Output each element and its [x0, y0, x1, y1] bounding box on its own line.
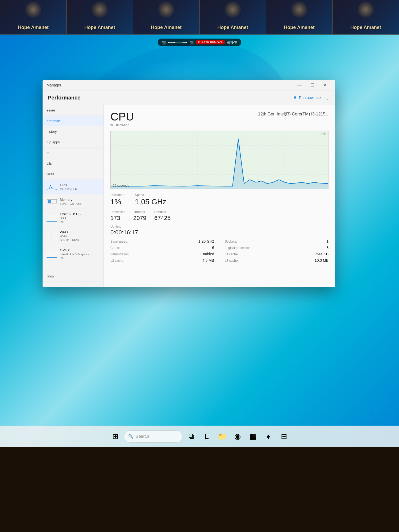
threads-value: 2079: [133, 215, 146, 222]
title-bar: Manager — ☐ ✕: [43, 80, 335, 90]
base-speed-row: Base speed: 1,20 GHz: [110, 239, 214, 243]
edge-button[interactable]: ◉: [231, 430, 244, 443]
sidebar-perf-gpu[interactable]: GPU 0 Intel(R) UHD Graphics 0%: [43, 245, 103, 263]
main-stats-row: Utilization 1% Speed 1,05 GHz: [110, 193, 329, 206]
sidebar-item-performance[interactable]: ormance: [43, 116, 103, 126]
minimize-button[interactable]: —: [293, 81, 306, 89]
game-card-title: Hope Amanet: [18, 25, 48, 30]
game-card[interactable]: Hope Amanet: [66, 0, 133, 35]
virtualization-label: Virtualization:: [110, 252, 130, 256]
sidebar-cpu-detail: 1% 1,05 GHz: [60, 188, 77, 191]
store-button[interactable]: ▦: [246, 430, 260, 443]
sidebar-disk-detail-line2: 0%: [60, 220, 81, 223]
sidebar-perf-memory[interactable]: Memory 3,2/7,7 GB (42%): [43, 194, 103, 209]
uptime-label: Up time: [110, 225, 329, 228]
app1-icon: L: [205, 432, 209, 441]
more-options-button[interactable]: ...: [325, 95, 330, 101]
app1-taskbar-icon: ♦: [267, 432, 270, 441]
taskbar-search[interactable]: 🔍 Search: [124, 430, 182, 443]
notification-bar: 📷 ⟵●——⟶ 📷 PLEASE REMOVE 请移除: [158, 39, 241, 46]
l1-cache-label: L1 cache:: [225, 252, 239, 256]
uptime-row: Up time 0:00:16:17: [110, 225, 329, 236]
sidebar-cpu-name: CPU: [60, 183, 77, 187]
game-card[interactable]: Hope Amanet: [133, 0, 200, 35]
cpu-model-block: 12th Gen Intel(R) Core(TM) i3-1215U: [258, 110, 329, 117]
maximize-button[interactable]: ☐: [306, 81, 318, 89]
sidebar-cpu-inner: CPU 1% 1,05 GHz: [47, 183, 101, 191]
l3-cache-value: 10,0 MB: [315, 258, 329, 263]
sidebar-item-processes[interactable]: esses: [43, 105, 103, 116]
speed-value: 1,05 GHz: [135, 198, 166, 206]
processes-label: Processes: [110, 210, 125, 214]
file-explorer-button[interactable]: 📁: [215, 430, 229, 443]
logical-proc-label: Logical processors: [225, 246, 251, 250]
utilization-value: 1%: [110, 198, 124, 206]
cpu-specs-grid: Base speed: 1,20 GHz Sockets: 1 Cores: 6…: [110, 239, 329, 263]
game-card[interactable]: Hope Amanet: [266, 0, 332, 35]
sidebar-services-label: vices: [47, 172, 55, 176]
notification-sub-text: 请移除: [227, 40, 237, 45]
svg-rect-4: [47, 214, 57, 222]
sockets-row: Sockets: 1: [225, 239, 329, 243]
sidebar-memory-inner: Memory 3,2/7,7 GB (42%): [47, 197, 101, 205]
bottom-dark-area: [0, 447, 399, 532]
cpu-model: 12th Gen Intel(R) Core(TM) i3-1215U: [258, 112, 329, 117]
sidebar-gpu-name: GPU 0: [60, 248, 89, 252]
sidebar-gpu-inner: GPU 0 Intel(R) UHD Graphics 0%: [47, 248, 101, 260]
logical-proc-row: Logical processors 8: [225, 246, 329, 250]
sidebar-perf-cpu[interactable]: CPU 1% 1,05 GHz: [43, 180, 103, 194]
cpu-utilization-graph: 100% 60 seconds: [110, 131, 329, 189]
sidebar-details-label: ails: [47, 161, 52, 165]
cpu-mini-graph: [47, 183, 57, 191]
l2-cache-label: L2 cache:: [110, 259, 124, 263]
store-icon: ▦: [250, 432, 256, 441]
sidebar-wifi-name: Wi-Fi: [60, 230, 79, 234]
l3-cache-label: L3 cache:: [225, 259, 239, 263]
game-card[interactable]: Hope Amanet: [200, 0, 266, 35]
svg-rect-3: [48, 200, 51, 203]
graph-60s-label: 60 seconds: [113, 184, 129, 188]
start-button[interactable]: ⊞: [109, 430, 122, 443]
sidebar-perf-disk[interactable]: Disk 0 (D: C:) SSD 0%: [43, 209, 103, 227]
sidebar-item-startup[interactable]: tup apps: [43, 137, 103, 148]
virtualization-value: Enabled: [201, 252, 214, 256]
app-button-1[interactable]: ♦: [262, 430, 275, 443]
sidebar-gpu-detail2: 0%: [60, 256, 89, 260]
task-view-button[interactable]: ⧉: [185, 430, 198, 443]
sidebar-item-services[interactable]: vices: [43, 169, 103, 180]
l2-cache-row: L2 cache: 4,5 MB: [110, 258, 214, 263]
game-card[interactable]: Hope Amanet: [332, 0, 399, 35]
handles-stat: Handles 67425: [154, 210, 171, 222]
camera-icon: 📷: [162, 40, 166, 44]
top-banner: Hope Amanet Hope Amanet Hope Amanet Hope…: [0, 0, 399, 35]
search-icon: 🔍: [128, 434, 134, 439]
sidebar-disk-detail-line1: SSD: [60, 217, 81, 220]
sidebar-cpu-text: CPU 1% 1,05 GHz: [60, 183, 77, 191]
sidebar-settings-label: tings: [47, 274, 54, 278]
base-speed-value: 1,20 GHz: [198, 239, 214, 243]
wifi-mini-graph: [47, 232, 57, 240]
sockets-value: 1: [326, 239, 329, 243]
pinned-app-1[interactable]: L: [200, 430, 213, 443]
sidebar-item-details[interactable]: ails: [43, 158, 103, 169]
edge-icon: ◉: [234, 432, 241, 441]
sidebar-disk-inner: Disk 0 (D: C:) SSD 0%: [47, 212, 101, 223]
sidebar-item-users[interactable]: rs: [43, 148, 103, 158]
cores-label: Cores:: [110, 246, 120, 250]
speed-stat: Speed 1,05 GHz: [135, 193, 166, 206]
run-new-task-button[interactable]: 🖥 Run new task: [293, 95, 322, 100]
sidebar-item-settings[interactable]: tings: [43, 271, 103, 282]
app-button-2[interactable]: ⊟: [277, 430, 290, 443]
sidebar-performance-label: ormance: [47, 119, 60, 123]
game-card[interactable]: Hope Amanet: [0, 0, 66, 35]
sidebar-perf-wifi[interactable]: Wi-Fi Wi-Fi S: 0 R: 0 Kbps: [43, 227, 103, 245]
performance-title: Performance: [48, 95, 80, 101]
notification-text: PLEASE REMOVE: [196, 40, 225, 44]
sidebar-item-history[interactable]: history: [43, 126, 103, 137]
cpu-graph-svg: [111, 131, 328, 189]
sidebar-gpu-detail1: Intel(R) UHD Graphics: [60, 253, 89, 256]
close-button[interactable]: ✕: [319, 81, 331, 89]
game-card-title: Hope Amanet: [284, 25, 314, 30]
threads-label: Threads: [133, 210, 146, 214]
sidebar-users-label: rs: [47, 151, 49, 155]
